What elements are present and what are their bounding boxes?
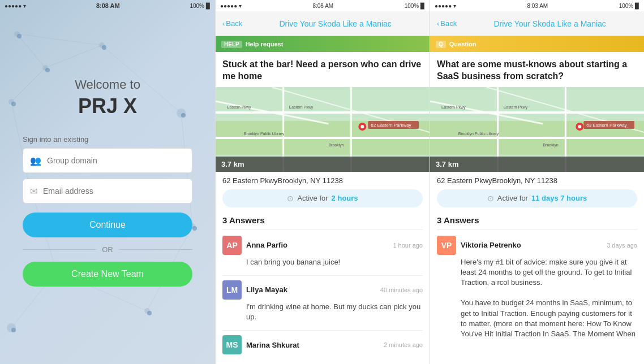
svg-text:Brooklyn Public Library: Brooklyn Public Library <box>244 132 285 136</box>
battery-login: 100% <box>190 3 204 9</box>
answers-heading-2: 3 Answers <box>222 212 423 230</box>
active-bar-3: ⊙ Active for 11 days 7 hours <box>437 189 637 207</box>
status-time-login: 8:08 AM <box>96 2 120 9</box>
answer-time-v1: 3 days ago <box>607 242 637 249</box>
avatar-img-3: MS <box>222 335 242 354</box>
map-distance-2: 3.7 km <box>216 157 430 172</box>
tag-bar-2: HELP Help request <box>216 36 430 52</box>
map-distance-3: 3.7 km <box>430 157 644 172</box>
group-icon: 👥 <box>30 155 41 166</box>
map-3: Eastern Pkwy Eastern Pkwy Brooklyn Publi… <box>430 87 644 172</box>
login-panel: ●●●●● ▾ 8:08 AM 100% ▉ <box>0 0 215 364</box>
status-bar-3: ●●●●● ▾ 8:03 AM 100% ▉ <box>430 0 644 11</box>
network-node <box>147 311 152 315</box>
network-node <box>102 45 106 50</box>
clock-icon-2: ⊙ <box>287 194 294 203</box>
answer-text-2: I'm drinking wine at home. But my ducks … <box>246 302 423 322</box>
svg-point-34 <box>360 125 364 128</box>
divider <box>222 330 423 331</box>
answer-time-1: 1 hour ago <box>393 242 423 249</box>
answer-header: LM Lilya Mayak 40 minutes ago <box>222 280 423 300</box>
network-node <box>17 34 22 38</box>
back-chevron-2: ‹ <box>222 19 225 28</box>
active-time-3: 11 days 7 hours <box>531 194 587 202</box>
nav-title-2: Drive Your Skoda Like a Maniac <box>248 19 423 28</box>
answers-section-3: 3 Answers VP Viktoria Petrenko 3 days ag… <box>430 212 644 364</box>
avatar-img-1: AP <box>222 236 242 255</box>
answer-item: MS Marina Shkurat 2 minutes ago <box>222 335 423 354</box>
answer-time-3: 2 minutes ago <box>384 341 423 348</box>
nav-bar-2: ‹ Back Drive Your Skoda Like a Maniac <box>216 11 430 36</box>
answer-header: MS Marina Shkurat 2 minutes ago <box>222 335 423 354</box>
welcome-text: Welcome to <box>75 77 140 92</box>
nav-bar-3: ‹ Back Drive Your Skoda Like a Maniac <box>430 11 644 36</box>
tag-label-3: Q <box>436 41 446 48</box>
svg-text:Eastern Pkwy: Eastern Pkwy <box>289 105 314 110</box>
status-bar-login: ●●●●● ▾ 8:08 AM 100% ▉ <box>0 0 215 11</box>
email-field[interactable]: ✉ <box>23 179 192 203</box>
app-name: PRJ X <box>78 94 137 118</box>
answerer-name-2: Lilya Mayak <box>246 285 380 294</box>
or-text: OR <box>102 245 113 254</box>
svg-line-0 <box>17 34 45 68</box>
answer-item-v1: VP Viktoria Petrenko 3 days ago Here's m… <box>437 236 637 340</box>
answer-header: AP Anna Parfio 1 hour ago <box>222 236 423 255</box>
tag-bar-3: Q Question <box>430 36 644 52</box>
svg-text:Brooklyn Public Library: Brooklyn Public Library <box>458 132 499 136</box>
answerer-name-v1: Viktoria Petrenko <box>461 241 607 249</box>
svg-line-2 <box>17 34 102 45</box>
login-form: Welcome to PRJ X Sign into an existing 👥… <box>23 77 192 287</box>
create-team-button[interactable]: Create New Team <box>23 262 192 287</box>
battery-2: 100% ▉ <box>405 3 425 9</box>
avatar-img-2: LM <box>222 280 242 300</box>
tag-text-3: Question <box>449 41 476 47</box>
svg-text:Eastern Pkwy: Eastern Pkwy <box>504 105 528 110</box>
svg-line-1 <box>45 45 102 68</box>
answer-time-2: 40 minutes ago <box>380 287 423 293</box>
email-icon: ✉ <box>30 186 37 197</box>
network-node <box>11 102 16 106</box>
or-divider: OR <box>23 245 192 254</box>
svg-text:Brooklyn: Brooklyn <box>543 143 558 148</box>
answerer-name-1: Anna Parfio <box>246 241 393 249</box>
signal-2: ●●●●● ▾ <box>220 3 242 9</box>
answer-item: AP Anna Parfio 1 hour ago I can bring yo… <box>222 236 423 267</box>
group-domain-field[interactable]: 👥 <box>23 148 192 173</box>
answer-text-1: I can bring you banana juice! <box>246 257 423 267</box>
back-label-3: Back <box>440 19 457 28</box>
svg-point-50 <box>578 125 581 128</box>
signal-dots: ●●●●● <box>5 3 22 9</box>
tag-label-2: HELP <box>221 41 242 48</box>
clock-icon-3: ⊙ <box>487 194 494 203</box>
back-chevron-3: ‹ <box>437 19 439 28</box>
svg-text:Eastern Pkwy: Eastern Pkwy <box>227 105 251 110</box>
network-node <box>11 328 16 332</box>
back-btn-3[interactable]: ‹ Back <box>437 19 457 28</box>
active-bar-2: ⊙ Active for 2 hours <box>222 189 423 207</box>
back-label-2: Back <box>226 19 242 28</box>
back-btn-2[interactable]: ‹ Back <box>222 19 242 28</box>
svg-text:Eastern Pkwy: Eastern Pkwy <box>441 105 466 110</box>
group-domain-input[interactable] <box>47 156 185 165</box>
address-2: 62 Eastern PkwyBrooklyn, NY 11238 <box>216 172 430 189</box>
map-2: Eastern Pkwy Eastern Pkwy Brooklyn Publi… <box>216 87 430 172</box>
divider <box>222 275 423 276</box>
active-prefix-2: Active for <box>297 194 328 202</box>
answerer-name-3: Marina Shkurat <box>246 341 384 349</box>
signal-3: ●●●●● ▾ <box>435 3 456 9</box>
email-input[interactable] <box>43 187 185 196</box>
wifi-icon: ▾ <box>23 3 26 9</box>
post-title-2: Stuck at the bar! Need a person who can … <box>216 52 430 87</box>
battery-icon: ▉ <box>206 3 211 9</box>
nav-title-3: Drive Your Skoda Like a Maniac <box>462 19 637 28</box>
time-3: 8:03 AM <box>527 3 548 9</box>
continue-button[interactable]: Continue <box>23 213 192 237</box>
svg-text:Brooklyn: Brooklyn <box>328 143 344 148</box>
sign-in-label: Sign into an existing <box>23 135 88 144</box>
avatar-2: LM <box>222 280 242 300</box>
avatar-img-v1: VP <box>437 236 456 255</box>
answer-text-v1: Here's my #1 bit of advice: make sure yo… <box>461 257 637 340</box>
answers-section-2: 3 Answers AP Anna Parfio 1 hour ago I ca… <box>216 212 430 364</box>
phone-panel-2: ●●●●● ▾ 8:08 AM 100% ▉ ‹ Back Drive Your… <box>215 0 430 364</box>
answer-item: LM Lilya Mayak 40 minutes ago I'm drinki… <box>222 280 423 322</box>
